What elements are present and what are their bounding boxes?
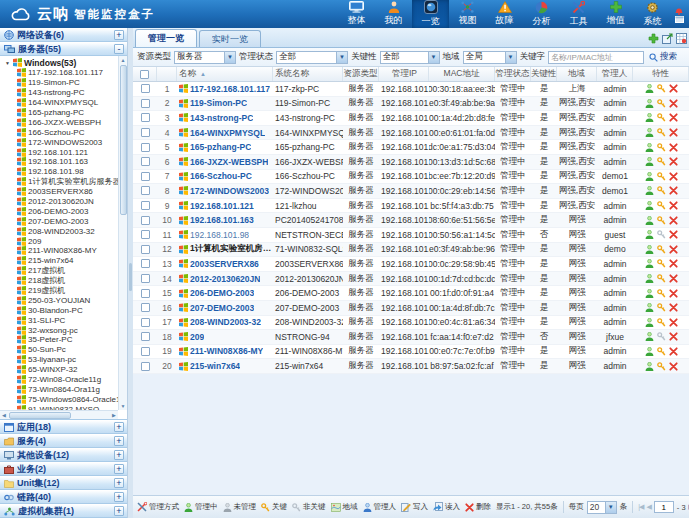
select-all-checkbox[interactable] [133,67,157,81]
row-checkbox[interactable] [133,272,157,286]
checkbox[interactable] [141,245,150,254]
tree-item[interactable]: 75-Windows0864-Oracle11g [0,394,118,404]
resource-name-link[interactable]: 165-pzhang-PC [190,142,251,152]
region-select[interactable]: 全局▼ [463,51,517,64]
managed-person-icon[interactable] [645,230,654,239]
checkbox[interactable] [141,259,150,268]
resource-name-link[interactable]: 143-nstrong-PC [190,113,253,123]
tree-item[interactable]: 2012-20130620JN [0,197,118,207]
key-orange-icon[interactable] [657,318,666,327]
tree-item[interactable]: 192.168.101.98 [0,167,118,177]
key-orange-icon[interactable] [657,186,666,195]
managed-person-icon[interactable] [645,99,654,108]
delete-icon[interactable] [669,289,678,298]
manage-state-select[interactable]: 全部▼ [276,51,348,64]
action-managing[interactable]: 管理中 [184,502,218,512]
key-orange-icon[interactable] [657,113,666,122]
row-checkbox[interactable] [133,345,157,359]
resource-name-link[interactable]: 192.168.101.121 [190,201,254,211]
column-header-name[interactable]: 名称▲ [177,67,273,81]
managed-person-icon[interactable] [645,347,654,356]
tree-item[interactable]: 215-win7x64 [0,256,118,266]
tab-realtime-overview[interactable]: 实时一览 [199,30,261,47]
prev-page-button[interactable]: ◀ [646,503,650,511]
scroll-down-icon[interactable]: ▼ [119,402,127,410]
export-icon[interactable] [662,33,673,44]
resource-name-link[interactable]: 1计算机实验室机房服务器 [190,243,273,255]
tree-item[interactable]: 192.168.101.121 [0,147,118,157]
checkbox[interactable] [141,289,150,298]
delete-icon[interactable] [669,128,678,137]
managed-person-icon[interactable] [645,128,654,137]
delete-icon[interactable] [669,113,678,122]
tree-item[interactable]: 166-Sczhou-PC [0,127,118,137]
tree-item[interactable]: 206-DEMO-2003 [0,206,118,216]
key-orange-icon[interactable] [657,362,666,371]
column-header-feat[interactable]: 特性 [633,67,689,81]
sidebar-group-other-devices[interactable]: 其他设备(12)+ [0,448,127,462]
resource-name-link[interactable]: 166-JXZX-WEBSPH [190,157,268,167]
delete-icon[interactable] [669,332,678,341]
grid-config-icon[interactable] [676,33,687,44]
search-button[interactable]: 搜索 [647,51,679,63]
key-orange-icon[interactable] [657,303,666,312]
tree-item[interactable]: 32-wxsong-pc [0,325,118,335]
column-header-sys[interactable]: 系统名称 [273,67,343,81]
delete-icon[interactable] [669,274,678,283]
tree-vertical-scrollbar[interactable]: ▲▼ [118,56,127,410]
row-checkbox[interactable] [133,228,157,242]
key-orange-icon[interactable] [657,157,666,166]
key-orange-icon[interactable] [657,245,666,254]
tab-manage-overview[interactable]: 管理一览 [135,29,197,47]
checkbox[interactable] [141,186,150,195]
scrollbar-thumb[interactable] [120,65,127,215]
resource-name-link[interactable]: 164-WINXPMYSQL [190,128,265,138]
action-non-critical[interactable]: 非关键 [292,502,326,512]
tree-item[interactable]: 72-Win08-Oracle11g [0,375,118,385]
expand-icon[interactable]: + [114,436,124,446]
tree-item[interactable]: 172-WINDOWS2003 [0,137,118,147]
action-critical[interactable]: 关键 [261,502,287,512]
resource-name-link[interactable]: 192.168.101.163 [190,215,254,225]
row-checkbox[interactable] [133,140,157,154]
action-read[interactable]: 读入 [433,502,460,512]
delete-icon[interactable] [669,84,678,93]
managed-person-icon[interactable] [645,245,654,254]
keyword-input[interactable] [548,51,644,64]
column-header-key[interactable]: 关键性 [531,67,557,81]
tree-item[interactable]: 192.168.101.163 [0,157,118,167]
delete-icon[interactable] [669,245,678,254]
column-header-mac[interactable]: MAC地址 [429,67,495,81]
mini-window-icon[interactable] [675,16,684,23]
row-checkbox[interactable] [133,170,157,184]
resource-name-link[interactable]: 117-192.168.101.117 [190,84,270,94]
tree-item[interactable]: 207-DEMO-2003 [0,216,118,226]
tree-item[interactable]: 218虚拟机 [0,276,118,286]
delete-icon[interactable] [669,172,678,181]
key-orange-icon[interactable] [657,143,666,152]
sidebar-group-applications[interactable]: 应用(18)+ [0,420,127,434]
row-checkbox[interactable] [133,111,157,125]
delete-icon[interactable] [669,347,678,356]
expand-icon[interactable]: + [114,478,124,488]
column-header-admin[interactable]: 管理人 [597,67,633,81]
delete-icon[interactable] [669,303,678,312]
resource-name-link[interactable]: 209 [190,332,204,342]
sidebar-group-servers[interactable]: 服务器(55)- [0,42,127,56]
managed-person-icon[interactable] [645,216,654,225]
key-orange-icon[interactable] [657,201,666,210]
expand-icon[interactable]: + [114,422,124,432]
checkbox[interactable] [141,303,150,312]
checkbox[interactable] [141,274,150,283]
column-header-state[interactable]: 管理状态 [495,67,531,81]
resource-name-link[interactable]: 215-win7x64 [190,361,240,371]
row-checkbox[interactable] [133,97,157,111]
checkbox[interactable] [141,84,150,93]
managed-person-icon[interactable] [645,318,654,327]
managed-person-icon[interactable] [645,259,654,268]
checkbox[interactable] [140,70,149,79]
row-checkbox[interactable] [133,184,157,198]
resource-name-link[interactable]: 119-Simon-PC [190,98,247,108]
managed-person-icon[interactable] [645,289,654,298]
action-region[interactable]: 地域 [331,502,358,512]
